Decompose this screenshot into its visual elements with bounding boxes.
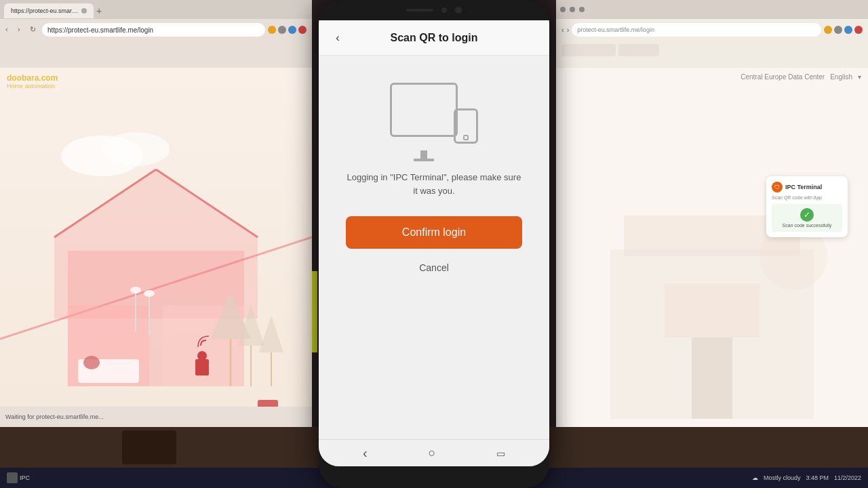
forward-btn[interactable]: › [567, 26, 570, 34]
ext-icon-2 [834, 26, 842, 34]
svg-point-1 [102, 132, 170, 166]
left-browser-window: https://protect-eu.smartlife.me/... + ‹ … [0, 0, 312, 427]
language-label[interactable]: English [830, 73, 852, 81]
scan-check-icon: ✓ [800, 208, 814, 222]
phone-home-nav-button[interactable]: ○ [428, 446, 435, 460]
extension-icon-2 [278, 26, 286, 34]
phone-app-content: Logging in "IPC Terminal", please make s… [319, 56, 549, 439]
browser-toolbar: https://protect-eu.smartlife.me/... + ‹ … [0, 0, 312, 68]
taskbar-date: 11/2/2022 [834, 474, 861, 481]
svg-point-10 [83, 356, 100, 369]
browser-tab[interactable]: https://protect-eu.smartlife.me/... [4, 3, 94, 18]
back-arrow-icon: ‹ [336, 32, 339, 44]
address-bar-container: ‹ › ↻ [0, 19, 312, 41]
browser-tab-bar: https://protect-eu.smartlife.me/... + [0, 0, 312, 19]
ext-icon-4 [854, 26, 863, 34]
forward-nav-button[interactable]: › [18, 25, 27, 35]
taskbar-app-label: IPC [20, 474, 30, 481]
ipc-shield-icon: 🛡 [772, 182, 783, 192]
phone-speaker [406, 9, 433, 12]
phone-screen: ‹ Scan QR to login Logging in "IPC Termi… [319, 20, 549, 466]
weather-label: Mostly cloudy [764, 474, 801, 481]
phone-recent-nav-button[interactable]: ▭ [496, 448, 505, 459]
svg-point-22 [197, 351, 207, 361]
svg-rect-21 [195, 359, 209, 375]
taskbar-app-icon [7, 472, 18, 483]
svg-rect-27 [665, 283, 760, 338]
back-nav-button[interactable]: ‹ [5, 25, 15, 35]
mouse-pad [122, 430, 176, 464]
weather-icon: ☁ [752, 474, 758, 481]
extension-icon-1 [268, 26, 276, 34]
extension-icon-3 [288, 26, 296, 34]
cancel-button[interactable]: Cancel [419, 262, 449, 273]
logo-subtitle: Home automation [7, 83, 58, 89]
taskbar-time: 3:48 PM [806, 474, 829, 481]
ipc-subtitle: Scan QR code with App [772, 195, 842, 200]
logo-text: doobara.com [7, 73, 58, 83]
accent-bar [312, 271, 317, 352]
phone-sensor [455, 7, 462, 14]
confirm-login-button[interactable]: Confirm login [346, 216, 522, 249]
ipc-title: IPC Terminal [785, 184, 822, 190]
right-address-bar[interactable]: protect-eu.smartlife.me/login [572, 23, 821, 37]
small-phone-icon [454, 108, 478, 144]
browser-extension-icons [268, 26, 307, 34]
phone-nav-back-icon: ‹ [363, 445, 368, 461]
extension-icon-4 [298, 26, 307, 34]
taskbar-left: IPC [7, 472, 30, 483]
ipc-card-header: 🛡 IPC Terminal [772, 182, 842, 192]
back-btn[interactable]: ‹ [561, 26, 564, 34]
browser-ctrl-2 [570, 7, 575, 12]
new-tab-button[interactable]: + [96, 5, 102, 16]
svg-point-14 [144, 290, 155, 297]
login-message: Logging in "IPC Terminal", please make s… [346, 171, 522, 197]
svg-marker-20 [259, 315, 283, 352]
phone-back-nav-button[interactable]: ‹ [363, 445, 368, 461]
phone-nav-bar: ‹ ○ ▭ [319, 439, 549, 466]
region-bar: Central Europe Data Center English ▾ [741, 73, 861, 81]
right-browser-toolbar: ‹ › protect-eu.smartlife.me/login [556, 0, 868, 68]
address-input[interactable] [42, 23, 265, 37]
phone-device: ‹ Scan QR to login Logging in "IPC Termi… [319, 0, 549, 488]
phone-nav-home-icon: ○ [428, 446, 435, 460]
monitor-icon [390, 83, 458, 137]
right-browser-window: ‹ › protect-eu.smartlife.me/login Centra… [556, 0, 868, 427]
ext-icon [824, 26, 832, 34]
svg-rect-26 [692, 338, 732, 419]
doobara-logo: doobara.com Home automation [7, 73, 58, 89]
ipc-terminal-card: 🛡 IPC Terminal Scan QR code with App ✓ S… [766, 176, 848, 237]
browser-status-bar: Waiting for protect-eu.smartlife.me... [0, 407, 312, 427]
small-phone-home-btn [463, 135, 469, 140]
monitor-base [414, 159, 434, 161]
phone-screen-title: Scan QR to login [346, 32, 522, 44]
device-illustration [390, 83, 478, 150]
browser-ctrl-1 [560, 7, 566, 12]
browser-ctrl-3 [579, 7, 585, 12]
tab-label: https://protect-eu.smartlife.me/... [11, 7, 79, 14]
region-label: Central Europe Data Center [741, 73, 825, 81]
house-illustration [0, 102, 312, 427]
taskbar-app-item[interactable]: IPC [7, 472, 30, 483]
scan-success-indicator: ✓ Scan code successfully [772, 204, 842, 232]
taskbar-right: ☁ Mostly cloudy 3:48 PM 11/2/2022 [752, 474, 861, 481]
right-browser-actions [824, 26, 863, 34]
browser-content-left: doobara.com Home automation [0, 68, 312, 427]
svg-point-12 [130, 287, 141, 293]
status-text: Waiting for protect-eu.smartlife.me... [5, 413, 104, 420]
lang-dropdown-icon: ▾ [858, 73, 861, 81]
monitor-stand [420, 150, 427, 159]
phone-app-header: ‹ Scan QR to login [319, 20, 549, 56]
ext-icon-3 [844, 26, 852, 34]
bookmark-bar-item-1 [561, 44, 616, 56]
phone-camera [441, 7, 447, 13]
right-browser-content: Central Europe Data Center English ▾ 🛡 I… [556, 68, 868, 427]
reload-button[interactable]: ↻ [30, 25, 39, 35]
phone-nav-recent-icon: ▭ [496, 448, 505, 459]
tab-close[interactable] [81, 8, 87, 14]
scan-success-text: Scan code successfully [783, 223, 832, 228]
phone-back-button[interactable]: ‹ [330, 30, 346, 46]
phone-notch [319, 0, 549, 20]
bookmark-bar-item-2 [618, 44, 659, 56]
